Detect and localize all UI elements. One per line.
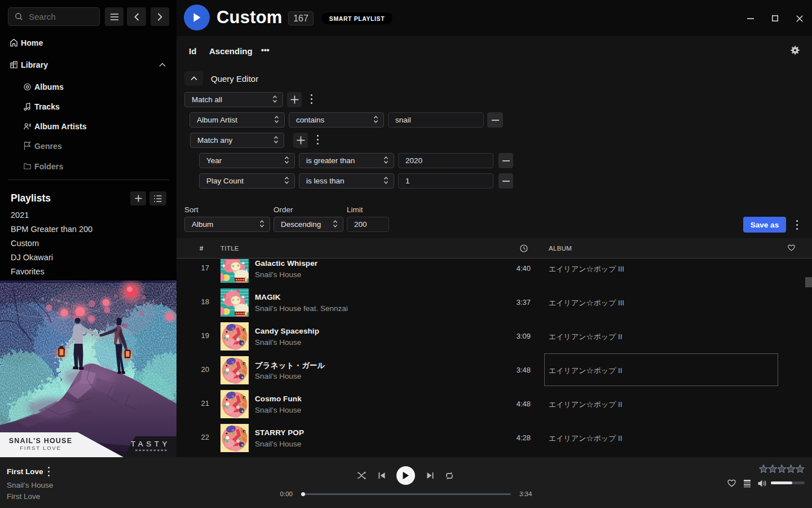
svg-text:SNAIL'S HOUSE: SNAIL'S HOUSE (9, 437, 72, 445)
svg-text:FIRST LOVE: FIRST LOVE (20, 445, 61, 451)
svg-text:TASTY: TASTY (131, 440, 170, 448)
